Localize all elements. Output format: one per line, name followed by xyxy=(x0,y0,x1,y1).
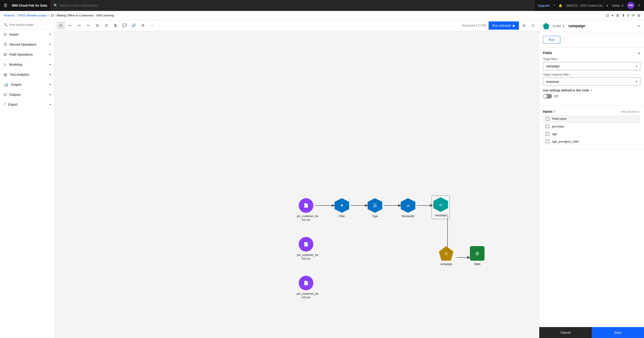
node-label-reclassify: Reclassify xyxy=(402,215,414,218)
search-input[interactable] xyxy=(59,4,531,7)
sidebar-item-export[interactable]: ⤴ Export ▾ xyxy=(0,100,54,109)
sidebar-item-label: Graphs xyxy=(11,83,47,86)
help-icon[interactable]: ? xyxy=(554,4,555,7)
node-table[interactable]: ⊞ Table xyxy=(470,246,484,266)
panel-edit-icon[interactable]: ✏ xyxy=(638,24,640,28)
download-icon[interactable]: ⬇ xyxy=(622,13,625,17)
upgrade-link[interactable]: Upgrade xyxy=(538,4,550,7)
notification-icon[interactable]: 🔔 xyxy=(559,4,562,7)
comment-button[interactable]: 💬 xyxy=(120,21,129,30)
use-settings-info-icon[interactable]: ℹ xyxy=(591,89,592,92)
target-field-value: campaign xyxy=(546,64,560,68)
cut-button[interactable]: ✂ xyxy=(84,21,92,30)
target-response-label-text: Target response field xyxy=(543,73,568,76)
chevron-down-icon: ▾ xyxy=(606,4,608,7)
target-field-label-text: Target field xyxy=(543,57,556,61)
expand-button[interactable]: ⊡ xyxy=(529,21,537,30)
select-tool-button[interactable]: ⊡ xyxy=(56,21,65,30)
panel-node-id: SLRM xyxy=(552,24,561,28)
target-field-info-icon[interactable]: ℹ xyxy=(557,58,558,61)
node-filler[interactable]: ✦ Filler xyxy=(334,198,349,218)
target-field-label: Target field ℹ xyxy=(543,57,640,61)
link-button[interactable]: 🔗 xyxy=(130,21,138,30)
node-reclassify[interactable]: ⇄ Reclassify xyxy=(401,198,415,218)
cancel-button[interactable]: Cancel xyxy=(539,327,592,338)
select-all-checkbox[interactable] xyxy=(546,117,549,121)
panel-footer: Cancel Save xyxy=(539,327,644,338)
add-columns-button[interactable]: Add columns + xyxy=(621,110,640,113)
paste-button[interactable]: ⊡ xyxy=(102,21,110,30)
table-row[interactable]: purchase xyxy=(543,123,640,130)
row-checkbox-age-youngest-child[interactable] xyxy=(546,140,549,143)
canvas-container: ⊡ ↩ ↪ ✂ ⧉ ⊡ 🗑 💬 🔗 ⚙ ⋯ Autosaved 2:17 PM … xyxy=(55,20,539,338)
run-selected-button[interactable]: Run selected ▶ xyxy=(488,21,519,30)
target-field-select[interactable]: campaign ▾ xyxy=(543,62,640,70)
table-row[interactable]: age_youngest_child xyxy=(543,138,640,145)
account-name: 2560722 - CPD Content De... xyxy=(566,4,605,7)
node-campaign-selected-container: ◎ campaign xyxy=(432,195,450,219)
delete-button[interactable]: 🗑 xyxy=(111,21,120,30)
sidebar-item-label: Outputs xyxy=(9,93,47,96)
sidebar-item-graphs[interactable]: 📊 Graphs ▾ xyxy=(0,80,54,90)
sidebar-item-text-analytics[interactable]: ▤ Text Analytics ▾ xyxy=(0,69,54,80)
field-name-age-youngest-child: age_youngest_child xyxy=(552,140,578,143)
modeling-icon: ◇ xyxy=(4,62,6,67)
apps-icon[interactable]: ⠿ xyxy=(638,4,640,7)
table-row[interactable]: age xyxy=(543,130,640,138)
target-response-select[interactable]: response ▾ xyxy=(543,77,640,86)
info-icon[interactable]: ℹ xyxy=(628,13,629,17)
history-icon[interactable]: ⟳ xyxy=(632,13,635,17)
canvas-area[interactable]: 📄 pm_customer_train1.csv 📄 pm_customer_t… xyxy=(55,31,539,338)
breadcrumb-projects[interactable]: Projects xyxy=(4,14,14,17)
redo-button[interactable]: ↪ xyxy=(75,21,83,30)
share-icon[interactable]: ⊡ xyxy=(606,13,609,17)
nav-actions: Upgrade ? 🔔 2560722 - CPD Content De... … xyxy=(538,2,640,9)
sidebar-item-field-operations[interactable]: ⊞ Field Operations ▾ xyxy=(0,49,54,59)
palette-search-input[interactable] xyxy=(9,23,51,26)
node-campaign[interactable]: ◎ campaign xyxy=(433,197,448,217)
toolbar: ⊡ ↩ ↪ ✂ ⧉ ⊡ 🗑 💬 🔗 ⚙ ⋯ Autosaved 2:17 PM … xyxy=(55,20,539,31)
sidebar-item-import[interactable]: ⊡ Import ▾ xyxy=(0,29,54,39)
panel-run-button[interactable]: Run xyxy=(543,36,560,43)
top-navigation: ☰ IBM Cloud Pak for Data 🔍 Upgrade ? 🔔 2… xyxy=(0,0,644,11)
sidebar-item-outputs[interactable]: ⊡ Outputs ▾ xyxy=(0,90,54,100)
row-checkbox-age[interactable] xyxy=(546,132,549,136)
breadcrumb-spss[interactable]: SPSS Modeler project xyxy=(18,14,47,17)
search-bar[interactable]: 🔍 xyxy=(50,0,535,11)
inputs-info-icon[interactable]: ℹ xyxy=(554,110,555,113)
import-icon: ⊡ xyxy=(4,32,6,36)
toggle-knob xyxy=(543,94,547,98)
copy-button[interactable]: ⧉ xyxy=(93,21,101,30)
panel-info-icon[interactable]: ℹ xyxy=(563,24,564,28)
target-response-chevron: ▾ xyxy=(636,80,638,83)
more-button[interactable]: ⋯ xyxy=(148,21,156,30)
node-campaign-result[interactable]: ◎ campaign xyxy=(439,246,454,266)
panel-fields-section: Fields ▲ Target field ℹ campaign ▾ Targe… xyxy=(539,47,644,106)
menu-icon[interactable]: ☰ xyxy=(4,3,7,8)
toolbar-divider xyxy=(158,23,158,28)
breadcrumb-sep-2: / xyxy=(48,14,50,17)
sidebar-item-modeling[interactable]: ◇ Modeling ▾ xyxy=(0,59,54,69)
row-checkbox-purchase[interactable] xyxy=(546,124,549,128)
save-button[interactable]: Save xyxy=(592,327,644,338)
fields-collapse-button[interactable]: ▲ xyxy=(638,51,640,54)
table-view-button[interactable]: ⊞ xyxy=(520,21,528,30)
sidebar-search-area: 🔍 xyxy=(0,20,54,29)
settings-icon[interactable]: ⊞ xyxy=(638,13,640,17)
region-selector[interactable]: Dallas ▾ xyxy=(612,4,624,7)
user-account[interactable]: 2560722 - CPD Content De... ▾ xyxy=(566,4,608,7)
target-response-info-icon[interactable]: ℹ xyxy=(569,73,570,76)
settings-button[interactable]: ⚙ xyxy=(139,21,147,30)
avatar[interactable]: PW xyxy=(627,2,634,9)
sidebar-item-record-operations[interactable]: ☰ Record Operations ▾ xyxy=(0,39,54,49)
present-icon[interactable]: ⊞ xyxy=(616,13,619,17)
chevron-down-icon: ▾ xyxy=(50,103,51,106)
outputs-icon: ⊡ xyxy=(4,92,6,97)
use-settings-toggle[interactable] xyxy=(543,94,552,98)
undo-button[interactable]: ↩ xyxy=(66,21,74,30)
node-type[interactable]: ☰ Type xyxy=(368,198,382,218)
pipeline-svg xyxy=(297,185,480,294)
chevron-down-icon[interactable]: ▾ xyxy=(612,13,614,17)
field-name-purchase: purchase xyxy=(552,125,564,128)
search-icon: 🔍 xyxy=(54,4,58,7)
